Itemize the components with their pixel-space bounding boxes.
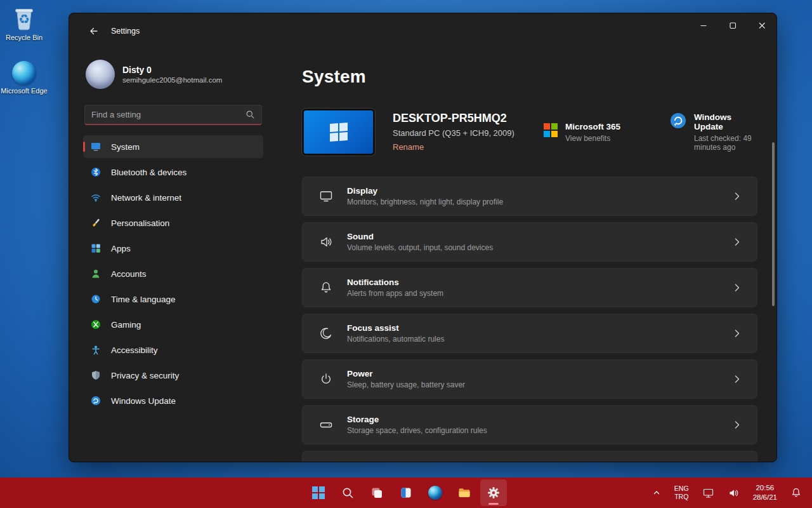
settings-main-pane: System DESKTOP-PR5HMQ2 Standard PC (Q35 … bbox=[272, 50, 776, 462]
notification-bell-icon bbox=[790, 487, 802, 498]
accessibility-person-icon bbox=[91, 345, 101, 355]
settings-button[interactable] bbox=[480, 479, 507, 506]
network-icon bbox=[702, 487, 714, 499]
edge-button[interactable] bbox=[422, 479, 449, 506]
clock[interactable]: 20:56 28/6/21 bbox=[750, 482, 780, 504]
task-view-icon bbox=[370, 486, 383, 499]
sidebar-item-personalisation[interactable]: Personalisation bbox=[83, 211, 263, 234]
paintbrush-icon bbox=[91, 218, 101, 228]
avatar bbox=[86, 60, 115, 89]
update-refresh-icon bbox=[91, 396, 101, 406]
device-thumbnail bbox=[302, 109, 375, 156]
maximize-icon bbox=[728, 20, 738, 30]
system-tray: ENG TRQ 20:56 28/6/21 bbox=[650, 478, 807, 508]
settings-rows: Display Monitors, brightness, night ligh… bbox=[302, 177, 757, 462]
xbox-icon bbox=[91, 319, 101, 330]
sidebar-nav: System Bluetooth & devices Network & int… bbox=[83, 135, 263, 412]
settings-row-sound[interactable]: Sound Volume levels, output, input, soun… bbox=[302, 222, 757, 262]
user-profile[interactable]: Disty 0 semihgulec2005@hotmail.com bbox=[83, 53, 263, 92]
edge-icon bbox=[428, 486, 442, 500]
desktop-icon-microsoft-edge[interactable]: Microsoft Edge bbox=[1, 61, 48, 95]
chevron-right-icon bbox=[731, 282, 743, 293]
device-model: Standard PC (Q35 + ICH9, 2009) bbox=[393, 128, 527, 138]
microsoft-365-block[interactable]: Microsoft 365 View benefits bbox=[544, 122, 655, 143]
moon-icon bbox=[319, 326, 333, 340]
sidebar-item-network-internet[interactable]: Network & internet bbox=[83, 186, 263, 209]
widgets-button[interactable] bbox=[393, 479, 419, 506]
gear-icon bbox=[487, 486, 501, 500]
language-indicator[interactable]: ENG TRQ bbox=[672, 483, 691, 502]
settings-row-partial[interactable] bbox=[302, 451, 757, 462]
notification-button[interactable] bbox=[788, 486, 804, 500]
tray-date: 28/6/21 bbox=[753, 493, 777, 502]
sidebar-item-accounts[interactable]: Accounts bbox=[83, 262, 263, 285]
windows-update-block[interactable]: Windows Update Last checked: 49 minutes … bbox=[670, 112, 757, 152]
wifi-icon bbox=[91, 192, 101, 203]
start-button[interactable] bbox=[305, 479, 332, 506]
maximize-button[interactable] bbox=[718, 13, 747, 37]
system-icon bbox=[91, 142, 101, 152]
windows-logo-icon bbox=[330, 123, 348, 142]
settings-row-focus-assist[interactable]: Focus assist Notifications, automatic ru… bbox=[302, 314, 757, 353]
sidebar-item-privacy-security[interactable]: Privacy & security bbox=[83, 364, 263, 387]
rename-link[interactable]: Rename bbox=[393, 142, 424, 152]
search-box[interactable] bbox=[84, 105, 262, 125]
minimize-button[interactable] bbox=[689, 13, 718, 37]
task-view-button[interactable] bbox=[363, 479, 390, 506]
sidebar-item-gaming[interactable]: Gaming bbox=[83, 313, 263, 336]
sidebar-item-accessibility[interactable]: Accessibility bbox=[83, 338, 263, 361]
bell-icon bbox=[319, 281, 333, 295]
network-button[interactable] bbox=[700, 486, 717, 500]
storage-drive-icon bbox=[319, 418, 333, 432]
taskbar-search-button[interactable] bbox=[334, 479, 361, 506]
titlebar[interactable]: Settings bbox=[69, 13, 776, 50]
chevron-up-icon bbox=[652, 488, 661, 497]
desktop-icon-label: Microsoft Edge bbox=[1, 87, 47, 95]
search-icon bbox=[342, 487, 354, 499]
minimize-icon bbox=[698, 20, 709, 30]
sidebar-item-apps[interactable]: Apps bbox=[83, 237, 263, 260]
power-icon bbox=[319, 372, 333, 386]
apps-grid-icon bbox=[91, 243, 101, 253]
window-title: Settings bbox=[111, 27, 140, 36]
device-name: DESKTOP-PR5HMQ2 bbox=[393, 112, 527, 125]
wu-title: Windows Update bbox=[694, 112, 757, 131]
edge-icon bbox=[12, 61, 36, 85]
tray-time: 20:56 bbox=[756, 483, 774, 493]
sidebar-item-windows-update[interactable]: Windows Update bbox=[83, 389, 263, 412]
back-button[interactable] bbox=[84, 23, 102, 39]
chevron-right-icon bbox=[731, 419, 743, 431]
page-title: System bbox=[302, 67, 757, 87]
search-input[interactable] bbox=[91, 110, 246, 119]
display-icon bbox=[319, 189, 333, 203]
settings-row-storage[interactable]: Storage Storage space, drives, configura… bbox=[302, 405, 757, 444]
microsoft-logo-icon bbox=[544, 123, 558, 137]
chevron-right-icon bbox=[731, 373, 743, 385]
widgets-icon bbox=[400, 486, 412, 499]
chevron-right-icon bbox=[731, 236, 743, 248]
volume-button[interactable] bbox=[725, 486, 742, 500]
sidebar-item-system[interactable]: System bbox=[83, 135, 263, 158]
m365-subtitle: View benefits bbox=[565, 134, 620, 143]
settings-sidebar: Disty 0 semihgulec2005@hotmail.com Syste… bbox=[69, 50, 272, 462]
close-button[interactable] bbox=[747, 13, 776, 37]
wu-subtitle: Last checked: 49 minutes ago bbox=[694, 134, 757, 152]
sidebar-item-time-language[interactable]: Time & language bbox=[83, 288, 263, 311]
tray-chevron-button[interactable] bbox=[650, 487, 664, 498]
chevron-right-icon bbox=[731, 190, 743, 202]
settings-row-display[interactable]: Display Monitors, brightness, night ligh… bbox=[302, 177, 757, 216]
device-header: DESKTOP-PR5HMQ2 Standard PC (Q35 + ICH9,… bbox=[302, 109, 757, 156]
recycle-bin-icon: ♻ bbox=[11, 5, 37, 32]
settings-window: Settings Disty 0 semihgulec2005@hotmail.… bbox=[69, 13, 777, 462]
search-icon bbox=[246, 110, 255, 119]
shield-icon bbox=[91, 370, 101, 380]
sidebar-item-bluetooth-devices[interactable]: Bluetooth & devices bbox=[83, 161, 263, 184]
scrollbar-thumb[interactable] bbox=[772, 142, 775, 306]
file-explorer-button[interactable] bbox=[451, 479, 478, 506]
desktop-icon-recycle-bin[interactable]: ♻ Recycle Bin bbox=[1, 5, 48, 42]
settings-row-power[interactable]: Power Sleep, battery usage, battery save… bbox=[302, 359, 757, 399]
bluetooth-icon bbox=[91, 167, 101, 177]
profile-email: semihgulec2005@hotmail.com bbox=[122, 76, 222, 84]
settings-row-notifications[interactable]: Notifications Alerts from apps and syste… bbox=[302, 268, 757, 307]
windows-update-icon bbox=[670, 112, 686, 129]
